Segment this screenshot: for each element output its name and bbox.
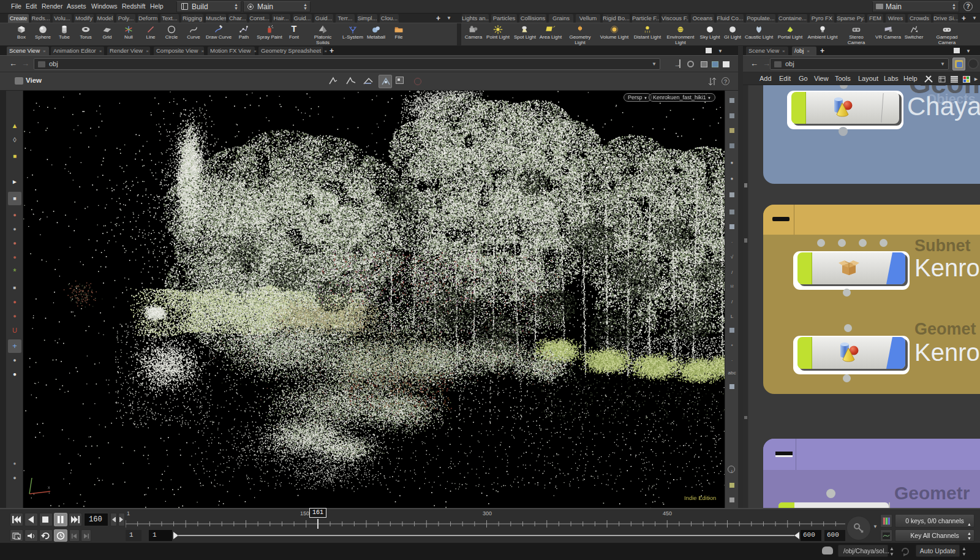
svg-text:450: 450 [663, 510, 672, 516]
svg-text:x: x [48, 485, 50, 490]
svg-text:1: 1 [127, 510, 130, 516]
svg-text:150: 150 [300, 510, 309, 516]
svg-text:300: 300 [483, 510, 492, 516]
